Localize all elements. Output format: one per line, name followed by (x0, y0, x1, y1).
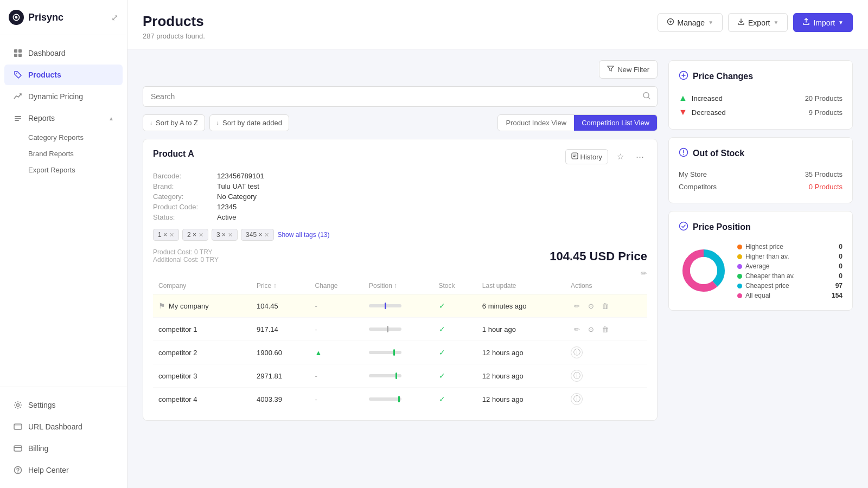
change-cell-c3: - (310, 364, 364, 388)
logo-icon (9, 10, 24, 25)
sidebar-item-dashboard-label: Dashboard (28, 49, 66, 57)
donut-chart (679, 246, 729, 297)
info-btn-c2[interactable]: ⓘ (571, 346, 583, 358)
tag-1-remove[interactable]: ✕ (169, 232, 174, 239)
increased-label: Increased (692, 94, 723, 102)
search-icon (642, 92, 651, 102)
sidebar-item-billing[interactable]: Billing (4, 438, 123, 459)
search-box (143, 86, 658, 107)
view-toggle: Product Index View Competition List View (497, 114, 658, 131)
delete-btn-c1[interactable]: 🗑 (599, 323, 611, 335)
search-input[interactable] (143, 86, 658, 107)
product-name: Product A (153, 149, 194, 159)
svg-rect-9 (15, 120, 19, 121)
actions-cell-c2: ⓘ (565, 341, 647, 364)
actions-cell-c3: ⓘ (565, 364, 647, 388)
price-position-content: Highest price 0 Higher than av. 0 (679, 242, 843, 300)
export-button[interactable]: Export ▼ (728, 13, 788, 32)
tag-345-remove[interactable]: ✕ (264, 232, 269, 239)
reports-icon (13, 113, 23, 123)
out-of-stock-icon (679, 147, 688, 159)
edit-btn-my[interactable]: ✏ (571, 300, 583, 312)
barcode-label: Barcode: (153, 172, 213, 180)
header-actions: Manage ▼ Export ▼ Import ▼ (658, 13, 853, 32)
tags-row: 1 × ✕ 2 × ✕ 3 × ✕ 345 × ✕ Show all tags … (153, 229, 647, 241)
help-icon (13, 465, 23, 475)
sidebar-item-settings[interactable]: Settings (4, 395, 123, 415)
new-filter-button[interactable]: New Filter (599, 60, 658, 79)
tag-3[interactable]: 3 × ✕ (212, 229, 238, 241)
actions-cell-my: ✏ ⊙ 🗑 (565, 294, 647, 318)
tag-2[interactable]: 2 × ✕ (182, 229, 208, 241)
right-panel: Price Changes ▲ Increased 20 Products ▼ … (668, 60, 853, 477)
cost-info: Product Cost: 0 TRY Additional Cost: 0 T… (153, 248, 219, 264)
product-card-header: Product A History ☆ ⋯ (153, 149, 647, 164)
competitors-table: Company Price ↑ Change Position ↑ (153, 278, 647, 410)
sort-a-z-button[interactable]: ↓ Sort by A to Z (143, 114, 205, 131)
brand-value: Tulu UAT test (217, 182, 647, 190)
sidebar-toggle[interactable]: ⤢ (111, 12, 118, 23)
reports-chevron: ▲ (108, 115, 114, 121)
reports-label: Reports (28, 114, 55, 123)
info-btn-c3[interactable]: ⓘ (571, 370, 583, 382)
sidebar-item-products[interactable]: Products (4, 65, 123, 85)
svg-rect-13 (14, 446, 22, 451)
history-btn-c1[interactable]: ⊙ (585, 323, 597, 335)
sort-view-bar: ↓ Sort by A to Z ↓ Sort by date added Pr… (143, 114, 658, 131)
sidebar-item-brand-reports[interactable]: Brand Reports (20, 146, 123, 162)
product-index-view-button[interactable]: Product Index View (498, 115, 574, 131)
sidebar-item-dynamic-pricing[interactable]: Dynamic Pricing (4, 86, 123, 107)
legend-dot-higher (737, 254, 742, 259)
star-button[interactable]: ☆ (612, 149, 628, 164)
competitors-oos-count: 0 Products (809, 183, 843, 191)
tag-1[interactable]: 1 × ✕ (153, 229, 179, 241)
import-button[interactable]: Import ▼ (793, 13, 853, 32)
info-btn-c4[interactable]: ⓘ (571, 393, 583, 405)
export-icon (737, 18, 745, 27)
edit-btn-c1[interactable]: ✏ (571, 323, 583, 335)
sort-date-button[interactable]: ↓ Sort by date added (209, 114, 289, 131)
import-label: Import (813, 18, 835, 27)
sidebar-item-export-reports[interactable]: Export Reports (20, 162, 123, 178)
company-cell-c4: competitor 4 (153, 388, 251, 411)
sidebar-item-category-reports[interactable]: Category Reports (20, 130, 123, 145)
legend-count-highest: 0 (839, 243, 843, 251)
sidebar-item-help-center[interactable]: Help Center (4, 460, 123, 480)
tag-2-remove[interactable]: ✕ (199, 232, 203, 239)
sidebar-item-billing-label: Billing (28, 444, 48, 453)
history-button[interactable]: History (565, 149, 608, 164)
company-cell-c1: competitor 1 (153, 318, 251, 341)
svg-point-16 (17, 472, 18, 472)
page-title: Products (143, 13, 205, 30)
legend-count-all-equal: 154 (832, 292, 843, 299)
sort-date-label: Sort by date added (222, 119, 282, 127)
tag-3-remove[interactable]: ✕ (228, 232, 233, 239)
sidebar-logo: Prisync ⤢ (0, 0, 127, 35)
competition-list-view-button[interactable]: Competition List View (574, 115, 657, 131)
manage-icon (667, 18, 674, 27)
tag-345[interactable]: 345 × ✕ (241, 229, 274, 241)
price-cell-c2: 1900.60 (251, 341, 310, 364)
edit-price-button[interactable]: ✏ (153, 269, 647, 278)
legend-count-cheaper: 0 (839, 272, 843, 280)
legend-label-cheaper: Cheaper than av. (745, 272, 795, 280)
category-value: No Category (217, 192, 647, 201)
manage-button[interactable]: Manage ▼ (658, 13, 723, 32)
page-title-wrap: Products 287 products found. (143, 13, 205, 40)
svg-point-26 (690, 257, 717, 284)
more-button[interactable]: ⋯ (632, 149, 647, 164)
legend-cheapest: Cheapest price 97 (737, 281, 843, 291)
svg-point-6 (16, 73, 17, 74)
show-all-tags[interactable]: Show all tags (13) (277, 231, 329, 239)
sidebar-item-reports[interactable]: Reports ▲ (4, 108, 123, 129)
price-cell-c3: 2971.81 (251, 364, 310, 388)
product-card-actions: History ☆ ⋯ (565, 149, 647, 164)
history-btn-my[interactable]: ⊙ (585, 300, 597, 312)
sidebar-nav: Dashboard Products (0, 35, 127, 387)
legend-count-cheapest: 97 (835, 282, 843, 290)
sidebar-item-url-dashboard[interactable]: URL Dashboard (4, 416, 123, 437)
position-cell-c2 (363, 341, 433, 364)
sidebar-item-dashboard[interactable]: Dashboard (4, 43, 123, 63)
main-content: Products 287 products found. Manage ▼ Ex… (127, 0, 868, 488)
delete-btn-my[interactable]: 🗑 (599, 300, 611, 312)
